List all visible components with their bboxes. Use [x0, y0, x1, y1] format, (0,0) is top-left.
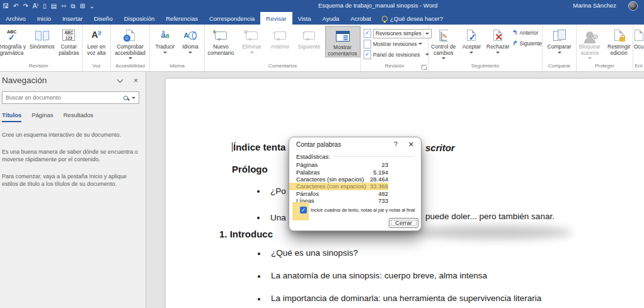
include-textboxes-checkbox[interactable]: ✓	[300, 207, 307, 214]
doc-bullet-3: ¿Qué es una sinopsis?	[271, 248, 358, 258]
tab-archivo[interactable]: Archivo	[0, 12, 32, 25]
show-markup-button[interactable]: Mostrar revisiones	[364, 39, 422, 49]
accept-button[interactable]: ✓ Aceptar	[459, 26, 483, 54]
new-comment-button[interactable]: + Nuevo comentario	[205, 26, 237, 56]
search-options-caret[interactable]	[132, 97, 135, 99]
restrict-editing-button[interactable]: Restringir edición	[606, 26, 633, 56]
dropdown-caret	[496, 52, 500, 54]
tab-acrobat[interactable]: Acrobat	[345, 12, 377, 25]
redo-icon[interactable]: ↷	[23, 2, 28, 10]
reviewing-pane-icon	[364, 50, 371, 59]
delete-comment-button[interactable]: ✕ Eliminar	[238, 26, 266, 54]
next-comment-button[interactable]: → Siguiente	[295, 26, 324, 50]
bullet-dot	[257, 217, 260, 219]
show-comments-icon	[336, 31, 350, 42]
tab-vista[interactable]: Vista	[292, 12, 317, 25]
tab-insertar[interactable]: Insertar	[57, 12, 88, 25]
nav-help-paragraph-3: Para comenzar, vaya a la pestaña Inicio …	[2, 173, 139, 188]
account-name[interactable]: Marina Sánchez	[573, 2, 616, 9]
divider	[333, 156, 414, 157]
spelling-grammar-button[interactable]: ABC✓ Ortografía y gramática	[0, 26, 28, 56]
tab-diseno[interactable]: Diseño	[88, 12, 118, 25]
nav-tab-resultados[interactable]: Resultados	[63, 111, 93, 122]
nav-help-paragraph-1: Cree un esquema interactivo de su docume…	[2, 131, 139, 139]
previous-change-button[interactable]: ↰ Anterior	[512, 28, 542, 37]
search-box[interactable]	[2, 91, 139, 104]
reject-button[interactable]: ✕ Rechazar	[485, 26, 511, 54]
dialog-launcher-icon[interactable]	[422, 65, 427, 70]
hide-ink-button[interactable]: Ocu	[633, 26, 644, 50]
stat-row-caracteres-con-espacios-highlighted: Caracteres (con espacios)33.369	[289, 183, 388, 190]
nav-tab-titulos[interactable]: Títulos	[2, 111, 21, 122]
undo-icon[interactable]: ↶	[13, 2, 18, 10]
group-label-comentarios: Comentarios	[205, 62, 360, 71]
compare-button[interactable]: Comparar	[544, 26, 575, 54]
stat-row-palabras: Palabras5.194	[289, 168, 388, 175]
dialog-title: Contar palabras	[296, 141, 389, 148]
bullet-dot	[258, 298, 260, 300]
dropdown-caret	[558, 52, 561, 54]
dropdown-caret	[588, 57, 592, 59]
dropdown-caret	[442, 57, 446, 59]
close-pane-icon[interactable]: ×	[134, 76, 138, 85]
search-icon[interactable]	[124, 96, 128, 100]
read-aloud-icon[interactable]: A⁾	[33, 2, 38, 10]
tell-me-box[interactable]: ¿Qué desea hacer?	[377, 12, 448, 25]
read-aloud-button[interactable]: A)) Leer en voz alta	[83, 26, 110, 56]
language-button[interactable]: A Idioma	[178, 26, 202, 54]
customize-qat-icon[interactable]: ⌄	[89, 2, 95, 10]
book-icon	[35, 31, 49, 40]
statistics-label: Estadísticas:	[296, 153, 330, 160]
tab-revisar[interactable]: Revisar	[260, 12, 292, 25]
word-count-icon[interactable]: ⊞	[79, 2, 84, 10]
word-window: 🖫 ↶ ↷ A⁾ ▯ ▤ ⇿ ⧉ ⊞ ⌄ Esquema de trabajo_…	[0, 0, 644, 308]
display-for-review-select[interactable]: Revisiones simples	[373, 29, 432, 38]
show-comments-button[interactable]: Mostrar comentarios	[325, 26, 360, 57]
check-accessibility-button[interactable]: ☺ Comprobar accesibilidad	[112, 26, 149, 59]
bullet-dot	[258, 275, 260, 278]
reviewing-pane-button[interactable]: Panel de revisiones	[364, 50, 429, 60]
word-count-button[interactable]: ABC123 Contar palabras	[55, 26, 82, 56]
new-document-icon[interactable]: ▯	[43, 2, 47, 10]
new-comment-icon: +	[215, 31, 227, 40]
next-change-button[interactable]: ↱ Siguiente	[512, 38, 542, 48]
group-label-revision2: Revisión	[361, 62, 428, 71]
doc-heading-prologo: Prólogo	[232, 164, 268, 174]
nav-tab-paginas[interactable]: Páginas	[32, 111, 53, 122]
reject-icon: ✕	[493, 30, 502, 41]
track-changes-button[interactable]: Control de cambios	[428, 26, 458, 59]
group-idioma: a̐a Traducir A Idioma Idioma	[150, 25, 205, 71]
chevron-down-icon[interactable]	[117, 76, 124, 83]
word-count-icon: ABC123	[62, 30, 75, 41]
spacing-icon[interactable]: ⇿	[61, 2, 66, 10]
doc-bullet-2-right: puede doler... pero también sanar.	[425, 212, 555, 221]
doc-bullet-1: ¿Po	[270, 186, 286, 196]
group-label-accesibilidad: Accesibilidad	[111, 62, 149, 71]
translate-button[interactable]: a̐a Traducir	[152, 26, 178, 54]
tab-correspondencia[interactable]: Correspondencia	[204, 12, 260, 25]
group-label-proteger: Proteger	[577, 62, 633, 71]
help-icon[interactable]: ?	[389, 141, 403, 148]
tab-disposicion[interactable]: Disposición	[118, 12, 161, 25]
next-comment-icon: →	[303, 31, 315, 40]
tab-ayuda[interactable]: Ayuda	[316, 12, 345, 25]
group-comparar: Comparar Comparar	[543, 25, 577, 71]
two-page-view-icon[interactable]: ▤	[50, 2, 56, 10]
cerrar-button[interactable]: Cerrar	[389, 218, 418, 228]
dropdown-caret	[250, 52, 254, 54]
doc-bullet-5: La importancia de dominarla: una herrami…	[271, 294, 541, 303]
search-input[interactable]	[6, 94, 124, 101]
object-anchor-icon[interactable]: ⧉	[71, 2, 75, 10]
block-authors-button[interactable]: Bloquear autores	[577, 26, 603, 59]
account-avatar[interactable]	[628, 1, 638, 11]
group-label-revision1: Revisión	[0, 62, 82, 71]
tab-inicio[interactable]: Inicio	[32, 12, 57, 25]
nav-help-paragraph-2: Es una buena manera de saber dónde se en…	[2, 148, 139, 164]
previous-comment-button[interactable]: ← Anterior	[267, 26, 294, 50]
save-icon[interactable]: 🖫	[3, 2, 9, 10]
close-icon[interactable]: ✕	[403, 140, 414, 149]
block-authors-icon	[586, 31, 594, 39]
thesaurus-button[interactable]: Sinónimos	[28, 26, 55, 50]
group-seguimiento: Control de cambios ✓ Aceptar ✕ Rechazar …	[428, 25, 543, 71]
tab-referencias[interactable]: Referencias	[160, 12, 204, 25]
